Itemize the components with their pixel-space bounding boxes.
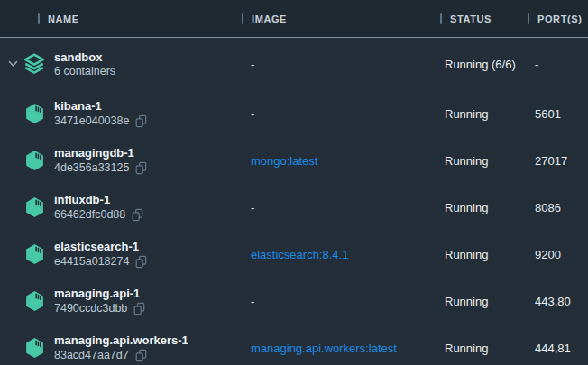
container-icon bbox=[23, 289, 46, 313]
status-text: Running bbox=[440, 201, 528, 214]
image-text: - bbox=[242, 107, 440, 121]
image-link[interactable]: mongo:latest bbox=[242, 154, 440, 168]
copy-icon-button[interactable] bbox=[134, 349, 147, 362]
image-text: - bbox=[242, 58, 440, 71]
container-subtext: 83acd47aa7d7 bbox=[54, 350, 129, 361]
container-name: kibana-1 bbox=[54, 100, 147, 112]
copy-icon-button[interactable] bbox=[134, 161, 147, 175]
name-cell: managing.api-1 7490ccdc3dbb bbox=[0, 287, 242, 315]
column-header-label: STATUS bbox=[450, 14, 492, 24]
image-link[interactable]: elasticsearch:8.4.1 bbox=[242, 248, 440, 261]
status-text: Running bbox=[440, 107, 528, 121]
ports-text: 27017 bbox=[528, 154, 588, 168]
container-row[interactable]: elasticsearch-1 e4415a018274 elasticsear… bbox=[0, 231, 588, 278]
row-icon bbox=[20, 196, 49, 219]
container-subtext: 6 containers bbox=[54, 66, 115, 78]
container-name: influxdb-1 bbox=[54, 194, 143, 205]
container-icon bbox=[23, 242, 46, 266]
copy-icon bbox=[134, 161, 147, 175]
container-icon bbox=[23, 102, 46, 125]
name-cell: managingdb-1 4de356a33125 bbox=[0, 147, 242, 175]
name-cell: influxdb-1 66462dfc0d88 bbox=[0, 194, 242, 222]
container-row[interactable]: influxdb-1 66462dfc0d88 - Running 8086 bbox=[0, 184, 588, 231]
containers-table: NAME IMAGE STATUS PORT(S) bbox=[0, 0, 588, 365]
container-subtext: e4415a018274 bbox=[54, 256, 129, 268]
container-table-body: sandbox 6 containers - Running (6/6) - bbox=[0, 38, 588, 365]
container-subtext: 66462dfc0d88 bbox=[54, 209, 125, 221]
container-row[interactable]: managing.api-1 7490ccdc3dbb - Running 44… bbox=[0, 278, 588, 324]
row-icon bbox=[20, 336, 49, 360]
name-stack: elasticsearch-1 e4415a018274 bbox=[54, 241, 147, 269]
row-icon bbox=[20, 102, 49, 125]
copy-icon bbox=[133, 302, 145, 315]
name-stack: kibana-1 3471e040038e bbox=[54, 100, 147, 128]
column-divider bbox=[528, 13, 529, 24]
status-text: Running (6/6) bbox=[440, 58, 528, 71]
container-name: sandbox bbox=[54, 51, 115, 63]
container-icon bbox=[23, 196, 46, 219]
name-cell: managing.api.workers-1 83acd47aa7d7 bbox=[0, 334, 242, 362]
column-divider bbox=[242, 13, 243, 24]
container-name: elasticsearch-1 bbox=[54, 241, 147, 252]
column-header-ports: PORT(S) bbox=[528, 13, 588, 24]
row-icon bbox=[20, 52, 49, 76]
column-divider bbox=[38, 13, 40, 24]
column-header-label: IMAGE bbox=[252, 14, 287, 24]
copy-icon-button[interactable] bbox=[131, 208, 143, 222]
ports-text: 443,80 bbox=[528, 295, 588, 308]
column-divider bbox=[440, 13, 442, 24]
column-header-label: NAME bbox=[48, 14, 79, 24]
image-text: - bbox=[242, 295, 440, 308]
copy-icon bbox=[134, 255, 147, 269]
copy-icon bbox=[131, 208, 143, 222]
column-header-label: PORT(S) bbox=[537, 14, 582, 24]
container-name: managing.api-1 bbox=[54, 287, 145, 299]
container-name: managingdb-1 bbox=[54, 147, 147, 159]
column-header-name: NAME bbox=[38, 13, 242, 24]
ports-text: 9200 bbox=[528, 248, 588, 261]
ports-text: - bbox=[528, 58, 588, 71]
container-subtext: 3471e040038e bbox=[54, 115, 129, 127]
copy-icon-button[interactable] bbox=[134, 255, 147, 269]
container-subtext: 4de356a33125 bbox=[54, 162, 129, 174]
column-header-image: IMAGE bbox=[242, 13, 440, 24]
name-cell: sandbox 6 containers bbox=[0, 51, 242, 78]
column-header-status: STATUS bbox=[440, 13, 528, 24]
name-stack: influxdb-1 66462dfc0d88 bbox=[54, 194, 143, 222]
name-stack: managing.api-1 7490ccdc3dbb bbox=[54, 287, 145, 315]
container-icon bbox=[23, 336, 46, 360]
status-text: Running bbox=[440, 295, 528, 308]
status-text: Running bbox=[440, 342, 528, 355]
container-icon bbox=[23, 149, 46, 172]
container-subtext: 7490ccdc3dbb bbox=[54, 303, 127, 315]
chevron-down-icon[interactable] bbox=[5, 60, 20, 68]
name-stack: managingdb-1 4de356a33125 bbox=[54, 147, 147, 175]
container-row[interactable]: kibana-1 3471e040038e - Running 5601 bbox=[0, 90, 588, 137]
row-icon bbox=[20, 242, 49, 266]
container-name: managing.api.workers-1 bbox=[54, 334, 188, 346]
name-cell: elasticsearch-1 e4415a018274 bbox=[0, 241, 242, 269]
copy-icon bbox=[134, 114, 147, 128]
row-icon bbox=[20, 289, 49, 313]
status-text: Running bbox=[440, 248, 528, 261]
container-row[interactable]: managingdb-1 4de356a33125 mongo:latest R… bbox=[0, 137, 588, 184]
ports-text: 8086 bbox=[528, 201, 588, 214]
stack-icon bbox=[22, 52, 47, 76]
row-icon bbox=[20, 149, 49, 172]
name-stack: managing.api.workers-1 83acd47aa7d7 bbox=[54, 334, 188, 362]
name-cell: kibana-1 3471e040038e bbox=[0, 100, 242, 128]
table-header: NAME IMAGE STATUS PORT(S) bbox=[0, 0, 588, 38]
ports-text: 5601 bbox=[528, 107, 588, 121]
image-text: - bbox=[242, 201, 440, 214]
image-link[interactable]: managing.api.workers:latest bbox=[242, 342, 440, 355]
container-row[interactable]: managing.api.workers-1 83acd47aa7d7 mana… bbox=[0, 324, 588, 365]
copy-icon-button[interactable] bbox=[133, 302, 145, 315]
name-stack: sandbox 6 containers bbox=[54, 51, 115, 78]
copy-icon-button[interactable] bbox=[134, 114, 147, 128]
copy-icon bbox=[134, 349, 147, 362]
status-text: Running bbox=[440, 154, 528, 168]
container-group-row[interactable]: sandbox 6 containers - Running (6/6) - bbox=[0, 38, 588, 90]
ports-text: 444,81 bbox=[528, 342, 588, 355]
